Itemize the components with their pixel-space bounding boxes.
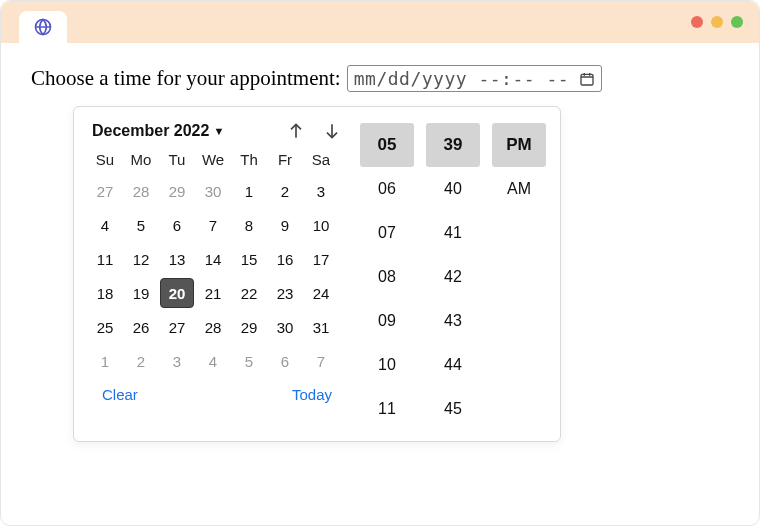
minute-option[interactable]: 42 [426,255,480,299]
calendar-day[interactable]: 28 [124,176,158,206]
calendar-day[interactable]: 11 [88,244,122,274]
calendar-day[interactable]: 30 [196,176,230,206]
chevron-down-icon: ▼ [213,125,224,137]
next-month-button[interactable] [322,121,342,141]
datetime-placeholder: mm/dd/yyyy --:-- -- [354,68,569,89]
calendar-day[interactable]: 23 [268,278,302,308]
hour-option[interactable]: 09 [360,299,414,343]
calendar-day[interactable]: 27 [160,312,194,342]
calendar-icon[interactable] [579,71,595,87]
calendar-day[interactable]: 30 [268,312,302,342]
calendar-day[interactable]: 22 [232,278,266,308]
window-controls [691,16,743,28]
month-select-button[interactable]: December 2022 ▼ [92,122,224,140]
minute-option[interactable]: 44 [426,343,480,387]
calendar-day[interactable]: 28 [196,312,230,342]
month-label: December 2022 [92,122,209,140]
calendar-day[interactable]: 18 [88,278,122,308]
calendar-day[interactable]: 5 [124,210,158,240]
calendar-day[interactable]: 9 [268,210,302,240]
browser-tab[interactable] [19,11,67,43]
hour-option[interactable]: 11 [360,387,414,431]
calendar-day[interactable]: 14 [196,244,230,274]
calendar-panel: December 2022 ▼ SuMoTuWeThFrSa2728293012… [88,121,346,431]
close-icon[interactable] [691,16,703,28]
calendar-day[interactable]: 4 [88,210,122,240]
calendar-day[interactable]: 29 [160,176,194,206]
prev-month-button[interactable] [286,121,306,141]
calendar-day[interactable]: 3 [160,346,194,376]
calendar-day[interactable]: 2 [124,346,158,376]
hour-wheel[interactable]: 05060708091011 [360,123,414,431]
minimize-icon[interactable] [711,16,723,28]
time-panel: 05060708091011 39404142434445 PMAM [346,121,546,431]
calendar-day[interactable]: 24 [304,278,338,308]
svg-rect-1 [581,74,593,85]
calendar-day[interactable]: 1 [232,176,266,206]
hour-option[interactable]: 06 [360,167,414,211]
window-titlebar [1,1,759,43]
minute-option[interactable]: 39 [426,123,480,167]
day-of-week-header: Tu [160,151,194,172]
calendar-day[interactable]: 1 [88,346,122,376]
datetime-input[interactable]: mm/dd/yyyy --:-- -- [347,65,602,92]
calendar-day[interactable]: 2 [268,176,302,206]
calendar-day[interactable]: 6 [160,210,194,240]
minute-option[interactable]: 41 [426,211,480,255]
calendar-day[interactable]: 12 [124,244,158,274]
clear-button[interactable]: Clear [102,386,138,403]
maximize-icon[interactable] [731,16,743,28]
calendar-day[interactable]: 13 [160,244,194,274]
day-of-week-header: Sa [304,151,338,172]
calendar-day[interactable]: 25 [88,312,122,342]
hour-option[interactable]: 08 [360,255,414,299]
day-of-week-header: Su [88,151,122,172]
calendar-day[interactable]: 10 [304,210,338,240]
today-button[interactable]: Today [292,386,332,403]
hour-option[interactable]: 05 [360,123,414,167]
calendar-day[interactable]: 15 [232,244,266,274]
calendar-day[interactable]: 20 [160,278,194,308]
hour-option[interactable]: 10 [360,343,414,387]
calendar-day[interactable]: 29 [232,312,266,342]
calendar-day[interactable]: 8 [232,210,266,240]
minute-option[interactable]: 43 [426,299,480,343]
calendar-day[interactable]: 16 [268,244,302,274]
globe-icon [33,17,53,37]
calendar-day[interactable]: 5 [232,346,266,376]
day-of-week-header: Th [232,151,266,172]
ampm-option[interactable]: AM [492,167,546,211]
day-of-week-header: We [196,151,230,172]
prompt-label: Choose a time for your appointment: [31,66,341,91]
calendar-day[interactable]: 6 [268,346,302,376]
calendar-grid: SuMoTuWeThFrSa27282930123456789101112131… [88,151,346,376]
calendar-day[interactable]: 4 [196,346,230,376]
calendar-day[interactable]: 21 [196,278,230,308]
minute-option[interactable]: 45 [426,387,480,431]
day-of-week-header: Fr [268,151,302,172]
calendar-day[interactable]: 7 [304,346,338,376]
ampm-wheel[interactable]: PMAM [492,123,546,431]
minute-option[interactable]: 40 [426,167,480,211]
calendar-day[interactable]: 19 [124,278,158,308]
minute-wheel[interactable]: 39404142434445 [426,123,480,431]
datetime-picker: December 2022 ▼ SuMoTuWeThFrSa2728293012… [73,106,561,442]
calendar-day[interactable]: 17 [304,244,338,274]
calendar-day[interactable]: 27 [88,176,122,206]
calendar-day[interactable]: 7 [196,210,230,240]
hour-option[interactable]: 07 [360,211,414,255]
calendar-day[interactable]: 31 [304,312,338,342]
calendar-day[interactable]: 26 [124,312,158,342]
calendar-day[interactable]: 3 [304,176,338,206]
day-of-week-header: Mo [124,151,158,172]
ampm-option[interactable]: PM [492,123,546,167]
